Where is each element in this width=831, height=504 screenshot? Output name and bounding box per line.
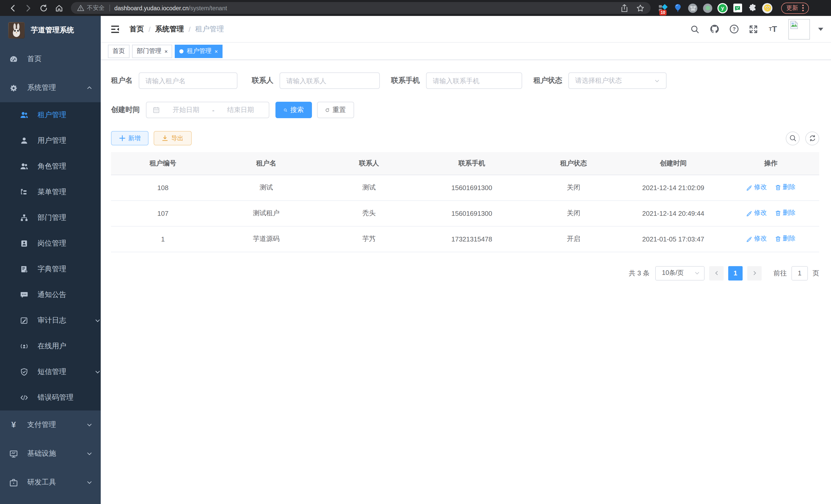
browser-back-icon[interactable]: [5, 1, 21, 14]
sidebar-item-home[interactable]: 首页: [0, 45, 101, 73]
breadcrumb-home[interactable]: 首页: [130, 24, 144, 34]
cell-created: 2021-12-14 21:02:09: [624, 175, 722, 200]
browser-update-button[interactable]: 更新: [781, 2, 809, 13]
sidebar-item-post[interactable]: 岗位管理: [0, 231, 101, 256]
delete-link[interactable]: 删除: [775, 183, 796, 192]
goto-page-input[interactable]: [792, 266, 808, 280]
browser-forward-icon[interactable]: [21, 1, 36, 14]
sidebar-item-tenant[interactable]: 租户管理: [0, 102, 101, 128]
sidebar-item-infra[interactable]: 基础设施: [0, 439, 101, 468]
extension-dot-icon[interactable]: [703, 3, 713, 13]
sidebar-item-pay[interactable]: ¥ 支付管理: [0, 411, 101, 439]
bookmark-star-icon[interactable]: [636, 4, 644, 12]
tab-close-icon[interactable]: ×: [165, 48, 168, 54]
sidebar-collapse-icon[interactable]: [110, 24, 120, 34]
status-label: 租户状态: [534, 76, 562, 85]
contact-input[interactable]: [286, 77, 373, 85]
contact-input-wrap: [280, 72, 380, 89]
search-button[interactable]: 搜索: [276, 102, 312, 118]
pagination: 共 3 条 10条/页 1 前往 页: [111, 266, 819, 280]
breadcrumb-system[interactable]: 系统管理: [155, 24, 184, 34]
edit-link[interactable]: 修改: [746, 209, 767, 217]
page-size-select[interactable]: 10条/页: [655, 266, 705, 280]
sidebar-item-dept[interactable]: 部门管理: [0, 205, 101, 231]
page-number-current[interactable]: 1: [728, 266, 743, 280]
add-button[interactable]: 新增: [111, 131, 148, 145]
phone-input[interactable]: [433, 77, 515, 85]
tab-dept[interactable]: 部门管理 ×: [132, 45, 172, 58]
date-end-placeholder: 结束日期: [219, 105, 263, 115]
sidebar-item-label: 在线用户: [37, 342, 66, 351]
delete-link[interactable]: 删除: [775, 235, 796, 243]
broken-image-icon: [790, 20, 798, 29]
address-bar[interactable]: 不安全 dashboard.yudao.iocoder.cn/system/te…: [71, 2, 651, 14]
select-caret-icon: [694, 270, 700, 276]
menu-tree-icon: [20, 188, 28, 196]
sidebar-item-role[interactable]: 角色管理: [0, 154, 101, 179]
sidebar-item-label: 角色管理: [37, 162, 66, 171]
sidebar-item-dict[interactable]: 字典管理: [0, 256, 101, 282]
delete-link[interactable]: 删除: [775, 209, 796, 217]
fullscreen-icon[interactable]: [747, 23, 760, 35]
font-size-icon[interactable]: TT: [767, 23, 779, 35]
sidebar-item-devtools[interactable]: 研发工具: [0, 468, 101, 497]
profile-avatar[interactable]: [762, 3, 772, 13]
prev-page-button[interactable]: [709, 266, 724, 280]
sidebar-item-online-user[interactable]: 在线用户: [0, 333, 101, 359]
sidebar-item-system[interactable]: 系统管理: [0, 73, 101, 102]
tenant-name-input[interactable]: [145, 77, 231, 85]
sidebar-logo[interactable]: 芋道管理系统: [0, 16, 101, 45]
extension-balloon-icon[interactable]: [673, 3, 683, 13]
edit-link[interactable]: 修改: [746, 183, 767, 192]
url-host[interactable]: dashboard.yudao.iocoder.cn: [114, 5, 189, 11]
help-question-icon[interactable]: ?: [728, 23, 740, 35]
tab-tenant[interactable]: 租户管理 ×: [175, 45, 223, 58]
share-icon[interactable]: [621, 4, 628, 12]
browser-reload-icon[interactable]: [36, 1, 51, 14]
reset-button[interactable]: 重置: [317, 102, 354, 118]
tab-home[interactable]: 首页: [108, 45, 130, 58]
avatar-dropdown-caret[interactable]: [818, 28, 823, 31]
sidebar-submenu-system: 租户管理 用户管理 角色管理 菜单管理 部门管理: [0, 102, 101, 411]
export-button[interactable]: 导出: [154, 131, 192, 145]
edit-link[interactable]: 修改: [746, 235, 767, 243]
status-placeholder: 请选择租户状态: [575, 76, 654, 85]
sidebar-item-label: 短信管理: [37, 367, 66, 377]
extension-pin-icon[interactable]: 10: [658, 3, 668, 13]
tab-close-icon[interactable]: ×: [214, 48, 218, 54]
url-path[interactable]: /system/tenant: [189, 5, 227, 11]
browser-menu-icon[interactable]: [802, 5, 804, 11]
chevron-down-icon: [94, 369, 101, 375]
export-button-label: 导出: [171, 134, 183, 143]
status-select[interactable]: 请选择租户状态: [568, 72, 666, 89]
header-search-icon[interactable]: [689, 23, 701, 35]
infra-monitor-icon: [9, 449, 18, 458]
col-status: 租户状态: [523, 152, 624, 175]
sidebar-item-label: 岗位管理: [37, 239, 66, 248]
sidebar-item-sms[interactable]: 短信管理: [0, 359, 101, 385]
browser-home-icon[interactable]: [51, 1, 67, 14]
extension-y-icon[interactable]: y: [717, 3, 728, 13]
created-date-range[interactable]: 开始日期 - 结束日期: [146, 102, 269, 118]
next-page-button[interactable]: [747, 266, 762, 280]
github-icon[interactable]: [708, 23, 720, 35]
date-separator: -: [212, 106, 214, 114]
sidebar-item-user[interactable]: 用户管理: [0, 128, 101, 154]
add-button-label: 新增: [128, 134, 141, 143]
org-chart-icon: [20, 214, 28, 222]
sidebar-item-error-code[interactable]: 错误码管理: [0, 385, 101, 411]
extension-chat-icon[interactable]: [732, 3, 743, 13]
cell-status: 关闭: [523, 200, 624, 226]
toggle-search-button[interactable]: [786, 131, 800, 145]
extension-command-icon[interactable]: [688, 3, 698, 13]
cell-tenant-id: 1: [111, 226, 215, 252]
sidebar-item-notice[interactable]: 通知公告: [0, 282, 101, 308]
sidebar-item-audit-log[interactable]: 审计日志: [0, 308, 101, 333]
extensions-puzzle-icon[interactable]: [747, 3, 757, 13]
edit-pencil-icon: [746, 184, 752, 190]
sidebar-item-menu[interactable]: 菜单管理: [0, 179, 101, 205]
security-label[interactable]: 不安全: [87, 4, 105, 12]
refresh-table-button[interactable]: [805, 131, 819, 145]
contact-label: 联系人: [252, 76, 274, 85]
user-avatar[interactable]: [789, 19, 810, 39]
